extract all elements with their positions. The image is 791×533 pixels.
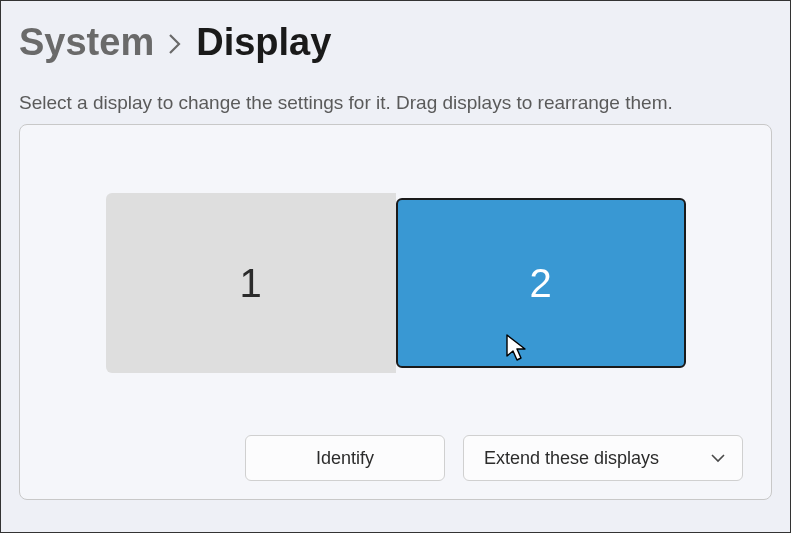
chevron-right-icon xyxy=(168,31,182,62)
button-label: Identify xyxy=(316,448,374,469)
chevron-down-icon xyxy=(710,453,726,463)
display-mode-dropdown[interactable]: Extend these displays xyxy=(463,435,743,481)
page-title: Display xyxy=(196,21,331,64)
displays-area[interactable]: 1 2 xyxy=(42,153,749,413)
display-arrange-panel: 1 2 Identify Extend these displays xyxy=(19,124,772,500)
display-monitor-2[interactable]: 2 xyxy=(396,198,686,368)
identify-button[interactable]: Identify xyxy=(245,435,445,481)
hint-text: Select a display to change the settings … xyxy=(19,92,772,114)
breadcrumb: System Display xyxy=(19,21,772,64)
display-label: 2 xyxy=(529,261,551,306)
breadcrumb-parent[interactable]: System xyxy=(19,21,154,64)
cursor-icon xyxy=(506,326,528,371)
dropdown-label: Extend these displays xyxy=(484,448,659,469)
display-monitor-1[interactable]: 1 xyxy=(106,193,396,373)
display-label: 1 xyxy=(239,261,261,306)
controls-row: Identify Extend these displays xyxy=(42,435,749,481)
